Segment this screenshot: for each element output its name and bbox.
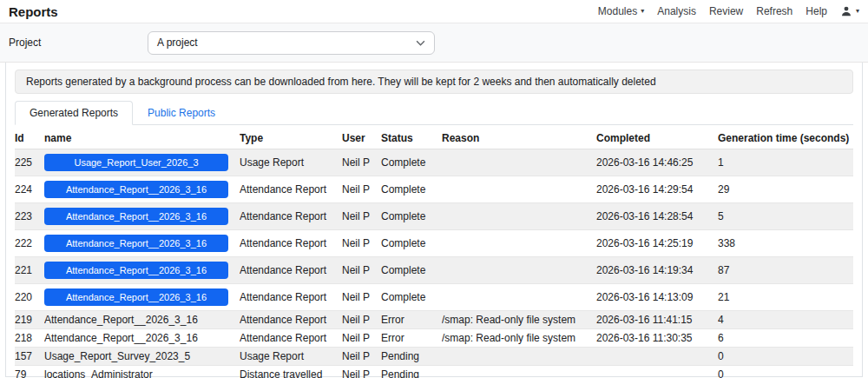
retention-notice: Reports generated by a background proces… [15, 70, 853, 94]
chevron-down-icon: ▾ [856, 8, 859, 15]
cell-user: Neil P [342, 230, 381, 257]
cell-status: Complete [381, 230, 442, 257]
cell-completed [596, 348, 718, 366]
col-header-generation-time: Generation time (seconds) [718, 128, 853, 149]
tab-generated-reports[interactable]: Generated Reports [15, 101, 133, 125]
cell-status: Complete [381, 284, 442, 311]
cell-type: Attendance Report [240, 257, 342, 284]
cell-status: Complete [381, 149, 442, 176]
chevron-down-icon [416, 36, 425, 49]
cell-type: Attendance Report [240, 230, 342, 257]
cell-id: 222 [15, 230, 44, 257]
cell-generation-time: 0 [718, 366, 853, 378]
cell-reason [442, 176, 596, 203]
chevron-down-icon: ▾ [641, 8, 644, 15]
cell-name: Attendance_Report__2026_3_16 [44, 329, 240, 348]
cell-user: Neil P [342, 149, 381, 176]
report-table-body: 225Usage_Report_User_2026_3Usage ReportN… [15, 149, 853, 378]
cell-type: Attendance Report [240, 176, 342, 203]
person-icon [840, 5, 852, 17]
col-header-type: Type [240, 128, 342, 149]
cell-status: Complete [381, 176, 442, 203]
table-row: 222Attendance_Report__2026_3_16Attendanc… [15, 230, 853, 257]
cell-generation-time: 0 [718, 348, 853, 366]
cell-name: locations_Administrator [44, 366, 240, 378]
table-row: 157Usage_Report_Survey_2023_5Usage Repor… [15, 348, 853, 366]
cell-name: Attendance_Report__2026_3_16 [44, 311, 240, 329]
cell-user: Neil P [342, 348, 381, 366]
cell-status: Pending [381, 366, 442, 378]
cell-completed: 2026-03-16 14:28:54 [596, 203, 718, 230]
cell-generation-time: 29 [718, 176, 853, 203]
cell-name: Usage_Report_Survey_2023_5 [44, 348, 240, 366]
cell-generation-time: 87 [718, 257, 853, 284]
report-download-button[interactable]: Attendance_Report__2026_3_16 [44, 235, 228, 252]
table-header-row: Id name Type User Status Reason Complete… [15, 128, 853, 149]
cell-type: Attendance Report [240, 311, 342, 329]
cell-id: 220 [15, 284, 44, 311]
cell-id: 218 [15, 329, 44, 348]
cell-status: Error [381, 311, 442, 329]
reports-card: Reports generated by a background proces… [5, 63, 863, 377]
col-header-reason: Reason [442, 128, 596, 149]
cell-status: Complete [381, 203, 442, 230]
cell-reason [442, 348, 596, 366]
table-row: 221Attendance_Report__2026_3_16Attendanc… [15, 257, 853, 284]
tab-public-reports[interactable]: Public Reports [133, 101, 230, 125]
nav-item-refresh[interactable]: Refresh [756, 5, 792, 17]
cell-completed: 2026-03-16 14:13:09 [596, 284, 718, 311]
reports-table: Id name Type User Status Reason Complete… [15, 128, 853, 378]
project-select[interactable]: A project [148, 31, 435, 55]
cell-user: Neil P [342, 257, 381, 284]
nav-item-help[interactable]: Help [806, 5, 827, 17]
cell-reason: /smap: Read-only file system [442, 329, 596, 348]
cell-completed: 2026-03-16 14:46:25 [596, 149, 718, 176]
nav-item-modules[interactable]: Modules ▾ [598, 5, 644, 17]
cell-type: Attendance Report [240, 284, 342, 311]
report-download-button[interactable]: Attendance_Report__2026_3_16 [44, 288, 228, 306]
cell-id: 225 [15, 149, 44, 176]
cell-type: Attendance Report [240, 203, 342, 230]
cell-id: 223 [15, 203, 44, 230]
cell-generation-time: 4 [718, 311, 853, 329]
report-download-button[interactable]: Attendance_Report__2026_3_16 [44, 208, 228, 225]
table-row: 225Usage_Report_User_2026_3Usage ReportN… [15, 149, 853, 176]
cell-reason [442, 284, 596, 311]
cell-id: 224 [15, 176, 44, 203]
navbar-links: Modules ▾ Analysis Review Refresh Help ▾ [598, 5, 859, 17]
nav-item-analysis[interactable]: Analysis [657, 5, 696, 17]
user-menu-button[interactable]: ▾ [840, 5, 859, 17]
cell-id: 79 [15, 366, 44, 378]
cell-reason [442, 149, 596, 176]
report-download-button[interactable]: Attendance_Report__2026_3_16 [44, 262, 228, 279]
nav-item-review[interactable]: Review [709, 5, 743, 17]
report-download-button[interactable]: Attendance_Report__2026_3_16 [44, 181, 228, 198]
report-download-button[interactable]: Usage_Report_User_2026_3 [44, 154, 228, 171]
table-row: 79locations_AdministratorDistance travel… [15, 366, 853, 378]
cell-name: Attendance_Report__2026_3_16 [44, 257, 240, 284]
cell-completed [596, 366, 718, 378]
cell-reason [442, 230, 596, 257]
project-select-value: A project [157, 36, 198, 49]
cell-name: Attendance_Report__2026_3_16 [44, 176, 240, 203]
table-row: 218Attendance_Report__2026_3_16Attendanc… [15, 329, 853, 348]
col-header-completed: Completed [596, 128, 718, 149]
cell-id: 221 [15, 257, 44, 284]
cell-user: Neil P [342, 329, 381, 348]
table-row: 220Attendance_Report__2026_3_16Attendanc… [15, 284, 853, 311]
cell-status: Complete [381, 257, 442, 284]
cell-generation-time: 338 [718, 230, 853, 257]
cell-reason: /smap: Read-only file system [442, 311, 596, 329]
cell-completed: 2026-03-16 11:41:15 [596, 311, 718, 329]
cell-user: Neil P [342, 176, 381, 203]
cell-reason [442, 366, 596, 378]
cell-user: Neil P [342, 203, 381, 230]
cell-reason [442, 257, 596, 284]
cell-user: Neil P [342, 311, 381, 329]
cell-completed: 2026-03-16 14:29:54 [596, 176, 718, 203]
cell-completed: 2026-03-16 14:19:34 [596, 257, 718, 284]
project-band: Project A project [0, 23, 868, 63]
table-row: 223Attendance_Report__2026_3_16Attendanc… [15, 203, 853, 230]
cell-id: 219 [15, 311, 44, 329]
col-header-status: Status [381, 128, 442, 149]
